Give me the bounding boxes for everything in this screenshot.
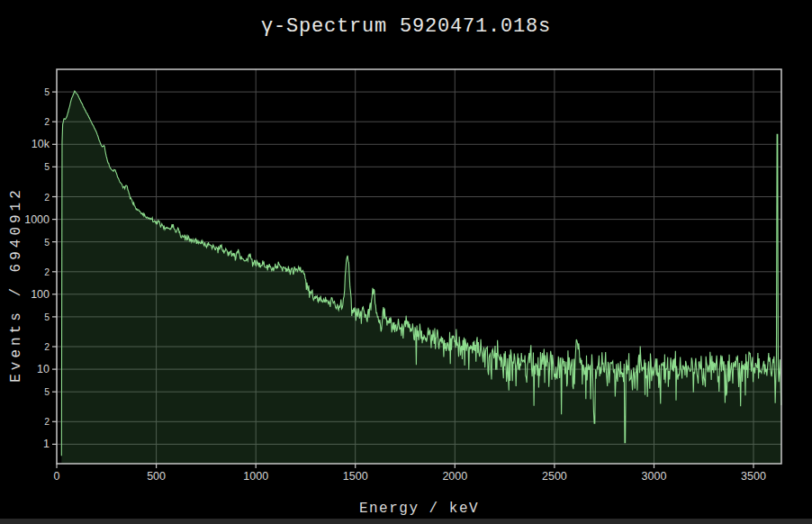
x-axis-label: Energy / keV: [57, 501, 781, 517]
x-tick-label: 2000: [442, 470, 467, 483]
y-tick-label: 5: [44, 86, 50, 97]
x-tick-label: 1500: [343, 470, 368, 483]
bottom-window-edge: [0, 519, 812, 524]
x-tick-label: 3500: [741, 470, 766, 483]
y-tick-label: 5: [44, 237, 50, 248]
x-tick-label: 500: [147, 470, 166, 483]
x-tick-label: 2500: [542, 470, 567, 483]
y-tick-label: 5: [44, 312, 50, 322]
spectrum-window: γ-Spectrum 5920471.018s 0500100015002000…: [0, 0, 812, 524]
spectrum-fill-area: [61, 91, 780, 464]
y-tick-label: 5: [44, 386, 50, 397]
y-tick-label: 5: [44, 161, 50, 172]
y-tick-label: 2: [44, 416, 50, 427]
y-tick-labels: 5210k521000521005210521: [24, 86, 50, 450]
y-tick-label: 2: [44, 192, 50, 203]
x-tick-labels: 0500100015002000250030003500: [54, 470, 766, 483]
spectrum-chart: 0500100015002000250030003500 5210k521000…: [0, 0, 812, 524]
y-tick-label: 2: [44, 116, 50, 127]
x-tick-label: 3000: [642, 470, 667, 483]
y-tick-label: 10: [37, 363, 50, 375]
y-tick-label: 1: [43, 438, 50, 450]
y-tick-label: 1000: [24, 213, 50, 226]
y-tick-label: 100: [31, 288, 50, 301]
y-axis-label: Events / 6940912: [8, 176, 24, 393]
x-tick-label: 0: [54, 470, 60, 483]
y-tick-label: 2: [44, 341, 50, 352]
x-tick-label: 1000: [243, 470, 268, 483]
y-tick-label: 10k: [32, 138, 50, 150]
y-tick-label: 2: [44, 267, 50, 277]
